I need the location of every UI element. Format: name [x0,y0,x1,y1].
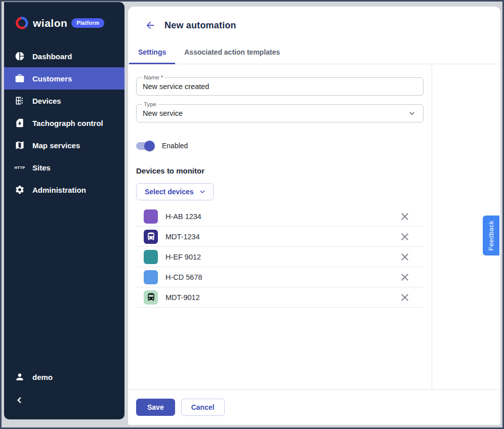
sidebar-item-sites[interactable]: HTTP Sites [4,156,124,179]
sidebar-item-devices[interactable]: Devices [4,90,124,112]
sidebar-item-label: Administration [32,186,86,194]
sidebar-item-label: Tachograph control [32,119,103,127]
device-row: H-AB 1234 [136,206,424,227]
remove-device-button[interactable] [399,291,411,304]
settings-form: Name * Type New service Enabled Devices … [128,64,432,389]
sidebar-nav: Dashboard Customers Devices Tachograph c… [4,45,124,201]
sidebar-item-label: Dashboard [32,52,72,61]
type-field[interactable]: Type New service [136,104,424,122]
chevron-left-icon [15,395,25,405]
device-name: H-AB 1234 [165,212,399,221]
gear-icon [15,185,25,195]
device-color-swatch [144,209,158,224]
remove-device-button[interactable] [399,251,411,263]
enabled-label: Enabled [162,142,188,150]
type-field-label: Type [142,101,158,107]
enabled-toggle[interactable] [136,142,153,150]
device-row: MDT-9012 [136,287,424,308]
form-footer: Save Cancel [128,389,500,425]
tab-bar: Settings Associated action templates [128,42,500,64]
cancel-button[interactable]: Cancel [181,399,225,416]
device-color-swatch [144,270,158,284]
close-icon [399,291,411,304]
type-selected-value: New service [143,109,407,117]
feedback-label: Feedback [487,221,495,251]
sidebar-item-map-services[interactable]: Map services [4,134,124,156]
device-row: H-CD 5678 [136,267,424,287]
close-icon [399,231,411,243]
select-devices-button[interactable]: Select devices [136,183,214,200]
tab-content: Name * Type New service Enabled Devices … [128,64,500,389]
http-icon: HTTP [15,162,25,173]
feedback-button[interactable]: Feedback [483,216,499,255]
pie-chart-icon [15,51,25,61]
sidebar-item-label: Sites [32,163,51,172]
remove-device-button[interactable] [399,231,411,243]
select-devices-label: Select devices [145,188,194,196]
device-color-swatch [144,290,158,305]
map-icon [15,140,25,150]
sidebar-collapse-button[interactable] [4,391,124,409]
sidebar-item-customers[interactable]: Customers [4,67,124,90]
device-name: MDT-1234 [165,233,399,241]
name-input[interactable] [143,82,417,91]
remove-device-button[interactable] [399,271,411,283]
devices-section-title: Devices to monitor [136,166,424,175]
chevron-down-icon [198,187,207,196]
logo: wialon Platform [4,2,124,30]
devices-grid-icon [15,96,25,106]
chevron-down-icon[interactable] [407,108,417,118]
file-download-icon [15,118,25,128]
platform-badge: Platform [71,18,104,28]
sidebar-item-administration[interactable]: Administration [4,179,124,201]
app-window: wialon Platform Dashboard Customers D [0,0,504,429]
bus-icon [146,292,156,302]
remove-device-button[interactable] [399,210,411,223]
device-list: H-AB 1234 MDT-1234 [136,206,424,308]
device-row: H-EF 9012 [136,247,424,267]
close-icon [399,251,411,263]
arrow-left-icon [145,20,156,31]
sidebar: wialon Platform Dashboard Customers D [4,2,124,419]
device-row: MDT-1234 [136,227,424,247]
main-panel: New automation Settings Associated actio… [128,7,500,425]
sidebar-bottom: demo [4,367,124,419]
enabled-toggle-row: Enabled [136,142,424,150]
device-color-swatch [144,230,158,244]
device-name: MDT-9012 [165,293,399,302]
device-name: H-CD 5678 [165,273,399,281]
device-color-swatch [144,250,158,264]
name-field-label: Name * [142,74,165,80]
sidebar-item-label: Customers [32,74,72,83]
person-icon [15,372,25,382]
sidebar-item-dashboard[interactable]: Dashboard [4,45,124,67]
page-title: New automation [164,20,236,31]
tab-associated-action-templates[interactable]: Associated action templates [175,42,289,64]
sidebar-item-label: Devices [32,97,61,105]
username: demo [32,373,53,381]
brand-name: wialon [33,17,67,29]
user-menu[interactable]: demo [4,367,124,387]
back-button[interactable] [145,20,156,31]
close-icon [399,210,411,223]
save-button[interactable]: Save [136,399,175,416]
device-name: H-EF 9012 [165,253,399,261]
page-header: New automation [128,7,500,31]
sidebar-item-label: Map services [32,141,80,150]
bus-icon [146,232,156,241]
wialon-logo-icon [15,16,29,30]
sidebar-item-tachograph-control[interactable]: Tachograph control [4,112,124,134]
name-field: Name * [136,77,424,96]
briefcase-icon [15,73,25,83]
toggle-thumb [144,141,155,151]
close-icon [399,271,411,283]
tab-settings[interactable]: Settings [129,42,175,64]
